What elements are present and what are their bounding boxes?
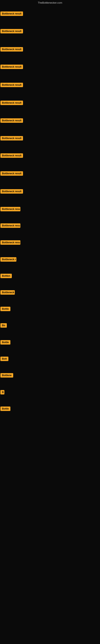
result-row-6: Bottleneck result	[0, 100, 23, 106]
bottleneck-badge-17[interactable]: Bottleneck	[0, 290, 15, 295]
result-row-12: Bottleneck resu	[0, 207, 20, 212]
bottleneck-badge-9[interactable]: Bottleneck result	[0, 153, 23, 158]
bottleneck-badge-21[interactable]: Bott	[0, 356, 8, 361]
result-row-24: Bottle	[0, 406, 10, 412]
result-row-21: Bott	[0, 356, 8, 362]
site-title: TheBottlenecker.com	[0, 0, 100, 6]
bottleneck-badge-1[interactable]: Bottleneck result	[0, 12, 23, 16]
result-row-20: Bottle	[0, 340, 10, 345]
result-row-4: Bottleneck result	[0, 64, 23, 70]
bottleneck-badge-4[interactable]: Bottleneck result	[0, 64, 23, 69]
result-row-17: Bottleneck	[0, 290, 15, 296]
bottleneck-badge-18[interactable]: Bottle	[0, 307, 10, 311]
result-row-18: Bottle	[0, 307, 10, 312]
result-row-7: Bottleneck result	[0, 118, 23, 124]
bottleneck-badge-13[interactable]: Bottleneck resu	[0, 224, 20, 228]
result-row-1: Bottleneck result	[0, 12, 23, 17]
bottleneck-badge-5[interactable]: Bottleneck result	[0, 83, 23, 87]
result-row-23: B	[0, 390, 4, 395]
bottleneck-badge-7[interactable]: Bottleneck result	[0, 118, 23, 123]
bottleneck-badge-3[interactable]: Bottleneck result	[0, 47, 23, 52]
bottleneck-badge-23[interactable]: B	[0, 390, 4, 394]
result-row-19: Bo	[0, 323, 7, 328]
bottleneck-badge-24[interactable]: Bottle	[0, 406, 10, 411]
bottleneck-badge-10[interactable]: Bottleneck result	[0, 171, 23, 176]
bottleneck-badge-20[interactable]: Bottle	[0, 340, 10, 344]
bottleneck-badge-11[interactable]: Bottleneck result	[0, 189, 23, 194]
bottleneck-badge-19[interactable]: Bo	[0, 323, 7, 328]
bottleneck-badge-6[interactable]: Bottleneck result	[0, 100, 23, 105]
result-row-9: Bottleneck result	[0, 153, 23, 158]
bottleneck-badge-12[interactable]: Bottleneck resu	[0, 207, 20, 211]
bottleneck-badge-16[interactable]: Bottlen	[0, 274, 12, 278]
result-row-14: Bottleneck resu	[0, 240, 20, 246]
bottleneck-badge-15[interactable]: Bottleneck r	[0, 257, 16, 262]
page-wrapper: TheBottlenecker.com Bottleneck resultBot…	[0, 0, 100, 644]
result-row-11: Bottleneck result	[0, 189, 23, 194]
result-row-10: Bottleneck result	[0, 171, 23, 176]
bottleneck-badge-14[interactable]: Bottleneck resu	[0, 240, 20, 245]
result-row-22: Bottlene	[0, 373, 13, 378]
result-row-15: Bottleneck r	[0, 257, 16, 262]
result-row-3: Bottleneck result	[0, 47, 23, 52]
bottleneck-badge-22[interactable]: Bottlene	[0, 373, 13, 378]
result-row-2: Bottleneck result	[0, 29, 23, 34]
bottleneck-badge-8[interactable]: Bottleneck result	[0, 136, 23, 140]
bottleneck-badge-2[interactable]: Bottleneck result	[0, 29, 23, 34]
result-row-8: Bottleneck result	[0, 136, 23, 141]
result-row-13: Bottleneck resu	[0, 224, 20, 228]
result-row-16: Bottlen	[0, 274, 12, 279]
result-row-5: Bottleneck result	[0, 83, 23, 88]
